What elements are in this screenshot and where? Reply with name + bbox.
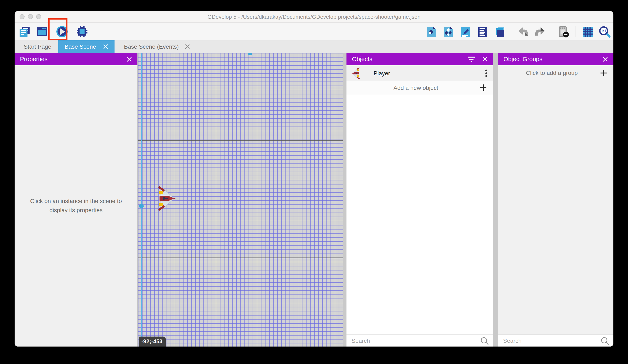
groups-search-input[interactable] <box>502 337 601 344</box>
close-panel-icon[interactable] <box>127 56 132 62</box>
close-panel-icon[interactable] <box>603 56 608 62</box>
traffic-lights <box>20 14 41 19</box>
objects-panel-body <box>346 94 493 334</box>
start-page-icon[interactable] <box>36 25 48 38</box>
panel-title: Properties <box>20 56 48 62</box>
window-border-handle-left[interactable] <box>139 204 144 208</box>
redo-icon[interactable] <box>534 25 546 38</box>
player-instance[interactable] <box>158 185 176 213</box>
kebab-menu-icon[interactable] <box>485 69 487 77</box>
object-name: Player <box>374 70 485 76</box>
toolbar-separator <box>575 26 576 37</box>
window-border-handle-top[interactable] <box>247 53 252 55</box>
tab-label: Base Scene <box>65 43 96 50</box>
open-objects-panel-icon[interactable] <box>425 25 437 38</box>
toggle-mask-icon[interactable] <box>558 25 570 38</box>
open-instances-list-icon[interactable] <box>476 25 488 38</box>
tab-base-scene-events[interactable]: Base Scene (Events) <box>117 40 197 53</box>
properties-empty-message: Click on an instance in the scene to dis… <box>21 197 131 215</box>
groups-search-bar <box>498 334 614 347</box>
cursor-coordinates-tooltip: -92;-453 <box>139 337 166 347</box>
open-properties-icon[interactable] <box>459 25 471 38</box>
tab-base-scene[interactable]: Base Scene <box>58 40 114 53</box>
undo-icon[interactable] <box>517 25 529 38</box>
titlebar: GDevelop 5 - /Users/dkarakay/Documents/G… <box>14 11 614 23</box>
close-tab-icon[interactable] <box>103 44 108 49</box>
game-window-border-left <box>141 53 142 347</box>
object-groups-panel-body <box>498 80 614 334</box>
gdevelop-window: GDevelop 5 - /Users/dkarakay/Documents/G… <box>14 11 614 347</box>
window-title: GDevelop 5 - /Users/dkarakay/Documents/G… <box>207 13 420 20</box>
panel-title: Object Groups <box>503 56 543 62</box>
project-manager-icon[interactable] <box>18 25 31 38</box>
objects-panel: Objects <box>346 53 493 347</box>
filter-icon[interactable] <box>468 56 475 62</box>
object-groups-panel: Object Groups Click to add a group <box>498 53 614 347</box>
objects-search-input[interactable] <box>351 337 480 344</box>
toolbar-left-group <box>14 25 88 38</box>
maximize-window-button[interactable] <box>36 14 41 19</box>
plus-icon[interactable] <box>479 84 487 92</box>
editor-content: Properties Click on an instance in the s… <box>14 53 614 347</box>
objects-search-bar <box>346 334 493 347</box>
editor-tabbar: Start Page Base Scene Base Scene (Events… <box>14 40 614 53</box>
play-preview-icon[interactable] <box>56 25 68 38</box>
header-actions <box>468 56 488 62</box>
toolbar-right-group: 1:1 <box>425 25 614 38</box>
search-icon <box>601 336 609 345</box>
tab-label: Base Scene (Events) <box>124 43 179 50</box>
main-toolbar: 1:1 <box>14 23 614 40</box>
screenshot-stage: GDevelop 5 - /Users/dkarakay/Documents/G… <box>0 0 628 364</box>
objects-panel-header: Objects <box>346 53 493 65</box>
tab-label: Start Page <box>24 43 51 50</box>
open-object-groups-icon[interactable] <box>442 25 454 38</box>
player-thumbnail-icon <box>351 67 360 79</box>
properties-panel-body: Click on an instance in the scene to dis… <box>14 65 137 347</box>
debug-icon[interactable] <box>76 25 88 38</box>
minimize-window-button[interactable] <box>28 14 33 19</box>
add-group-button[interactable]: Click to add a group <box>498 65 614 80</box>
close-tab-icon[interactable] <box>185 44 190 49</box>
open-layers-icon[interactable] <box>493 25 506 38</box>
grid-major-line <box>138 140 343 141</box>
properties-panel: Properties Click on an instance in the s… <box>14 53 138 347</box>
zoom-original-icon[interactable]: 1:1 <box>598 25 611 38</box>
tab-start-page[interactable]: Start Page <box>17 40 58 53</box>
toolbar-separator <box>511 26 511 37</box>
properties-panel-header: Properties <box>14 53 137 65</box>
add-new-object-button[interactable]: Add a new object <box>346 81 493 94</box>
object-list-item-player[interactable]: Player <box>346 65 493 81</box>
close-panel-icon[interactable] <box>482 56 488 62</box>
add-object-label: Add a new object <box>352 84 479 91</box>
toolbar-separator <box>552 26 552 37</box>
panel-title: Objects <box>352 56 372 62</box>
search-icon <box>480 336 489 345</box>
scene-editor-canvas[interactable]: -92;-453 <box>138 53 343 347</box>
plus-icon[interactable] <box>600 69 608 77</box>
grid-major-line <box>138 257 343 258</box>
add-group-label: Click to add a group <box>504 69 600 76</box>
toggle-grid-icon[interactable] <box>581 25 594 38</box>
svg-text:1:1: 1:1 <box>601 29 606 33</box>
close-window-button[interactable] <box>20 14 25 19</box>
object-groups-panel-header: Object Groups <box>498 53 614 65</box>
